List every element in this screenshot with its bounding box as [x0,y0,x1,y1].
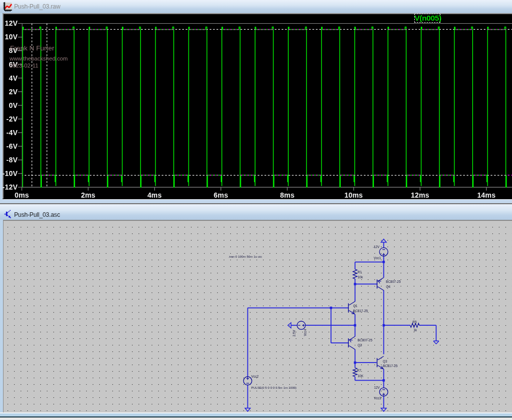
svg-text:R5: R5 [413,320,417,324]
svg-text:.tran 0 100m 50m 1u uic: .tran 0 100m 50m 1u uic [228,255,262,258]
svg-text:BC817-25: BC817-25 [353,309,368,313]
svg-text:Vcc1: Vcc1 [374,256,381,260]
svg-text:PULSE(0 5 0 0 0 0.5m 1m 1000): PULSE(0 5 0 0 0 0.5m 1m 1000) [251,386,297,389]
svg-text:R1: R1 [358,270,362,274]
svg-text:12V: 12V [374,386,380,389]
svg-text:Vcc4: Vcc4 [303,329,307,336]
svg-text:Q3: Q3 [383,359,388,364]
svg-text:Q2: Q2 [358,343,362,347]
svg-text:Vcc3: Vcc3 [374,396,381,400]
svg-text:1k: 1k [414,328,418,332]
svg-text:R7: R7 [357,369,362,372]
svg-text:Q1: Q1 [353,304,358,308]
svg-text:10k: 10k [358,275,363,279]
svg-text:-12V: -12V [373,245,380,249]
svg-text:10K: 10K [358,374,364,378]
svg-text:Q4: Q4 [386,285,391,289]
svg-text:BC807-25: BC807-25 [358,338,373,342]
svg-text:BC817-25: BC817-25 [383,364,398,368]
svg-text:2.5V: 2.5V [292,330,296,337]
svg-text:Vcc2: Vcc2 [251,375,259,378]
svg-text:BC807-25: BC807-25 [386,280,401,283]
